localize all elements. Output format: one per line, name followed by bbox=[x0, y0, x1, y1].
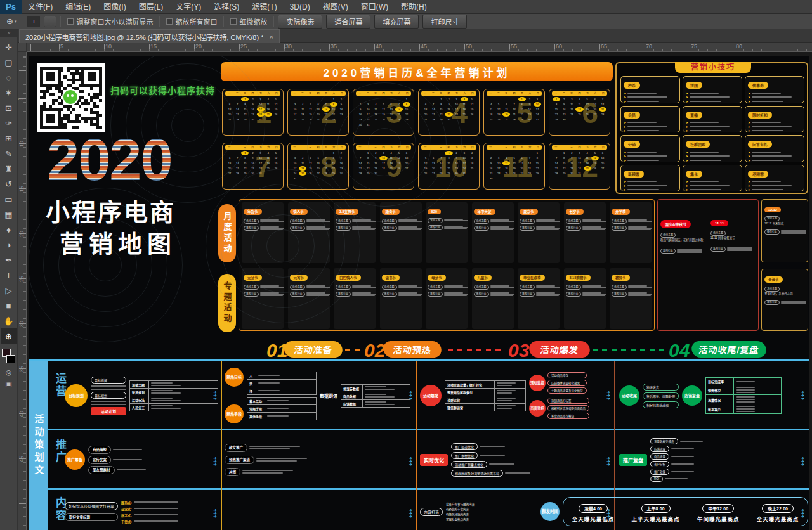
document-tab-title: 2020小程序电商营销地图.jpg @ 12.5% (扫码可以获得小程序扶持, … bbox=[25, 32, 263, 42]
tip-label: 拼团 bbox=[686, 82, 702, 89]
activity-card: 教师节活动主题推荐行业 bbox=[610, 268, 652, 329]
option-button[interactable]: 适合屏幕 bbox=[326, 15, 370, 29]
magic-wand-tool[interactable]: ✶ bbox=[1, 85, 17, 100]
type-tool[interactable]: T bbox=[1, 268, 17, 283]
zoom-out-button[interactable]: − bbox=[44, 16, 56, 27]
crop-tool[interactable]: ⊡ bbox=[1, 100, 17, 115]
option-button[interactable]: 填充屏幕 bbox=[374, 15, 419, 29]
activity-title: 毕业狂欢季 bbox=[520, 275, 545, 281]
tool-options-bar: ⊕▾+−调整窗口大小以满屏显示缩放所有窗口细微缩放实际像素适合屏幕填充屏幕打印尺… bbox=[0, 14, 812, 29]
shape-tool[interactable]: ■ bbox=[1, 298, 17, 313]
activity-title: 520 bbox=[428, 209, 441, 214]
marquee-tool[interactable]: ▢ bbox=[1, 55, 17, 70]
eyedropper-tool[interactable]: ✑ bbox=[1, 115, 17, 131]
path-select-tool[interactable]: ▷ bbox=[1, 283, 17, 298]
tip-label: 集卡 bbox=[686, 171, 702, 178]
eraser-tool[interactable]: ▭ bbox=[1, 191, 17, 207]
qr-code bbox=[37, 63, 105, 132]
tip-label: 会员 bbox=[624, 112, 640, 119]
option-button[interactable]: 实际像素 bbox=[278, 15, 322, 29]
gradient-tool[interactable]: ▦ bbox=[1, 207, 17, 222]
menu-item[interactable]: 选择(S) bbox=[207, 0, 246, 14]
flow-node: 预热目标 bbox=[225, 368, 244, 387]
activity-title: 8.18购物节 bbox=[566, 275, 591, 281]
phase-number: 03 bbox=[508, 340, 529, 361]
activity-card: 520活动主题推荐行业 bbox=[426, 202, 468, 263]
activity-title: 母亲节 bbox=[428, 275, 446, 281]
tip-label: 老顾客 bbox=[748, 171, 768, 178]
dodge-tool[interactable]: ◑ bbox=[1, 237, 17, 252]
flow-node: 群发时间 bbox=[540, 502, 560, 521]
ruler-corner bbox=[18, 43, 27, 52]
activity-title: 教师节 bbox=[612, 275, 630, 281]
zoom-in-button[interactable]: + bbox=[27, 16, 40, 27]
featured-title: 11.11 bbox=[710, 220, 728, 226]
flow-node: 推广筹备 bbox=[65, 449, 85, 470]
tip-card: 限时折扣➤➤➤ bbox=[745, 106, 804, 133]
activity-card: 年中大促活动主题推荐行业 bbox=[472, 202, 514, 263]
lasso-tool[interactable]: ◌ bbox=[1, 70, 17, 85]
activity-card: 夏凉节活动主题推荐行业 bbox=[518, 202, 560, 263]
phase-label: 活动准备 bbox=[284, 341, 344, 358]
zoom-tool-icon[interactable]: ⊕▾ bbox=[4, 16, 19, 26]
move-tool[interactable]: ✛ bbox=[1, 39, 17, 55]
phase-number: 04 bbox=[669, 340, 690, 361]
color-swatches[interactable] bbox=[1, 347, 17, 366]
menu-item[interactable]: 视图(V) bbox=[317, 0, 355, 14]
blur-tool[interactable]: ♦ bbox=[1, 222, 17, 237]
tab-close-icon[interactable]: × bbox=[269, 33, 273, 41]
flow-node: 活动收尾 bbox=[619, 385, 639, 406]
activity-card: 儿童节活动主题推荐行业 bbox=[472, 268, 514, 329]
menu-item[interactable]: 图层(L) bbox=[133, 0, 170, 14]
tip-card: 直播➤➤➤ bbox=[683, 106, 742, 133]
tip-label: 社群团购 bbox=[686, 141, 710, 148]
tip-label: 优惠券 bbox=[748, 82, 768, 89]
option-checkbox[interactable]: 细微缩放 bbox=[228, 16, 270, 27]
flow-node: 活动监控 bbox=[529, 375, 546, 391]
activity-title: 七夕节 bbox=[566, 209, 584, 215]
flow-node: 页面监控 bbox=[529, 400, 546, 417]
quick-mask-button[interactable]: ◎ bbox=[1, 366, 17, 378]
activity-title: 读书节 bbox=[382, 275, 400, 281]
tip-card: 社群团购➤➤➤ bbox=[683, 135, 742, 162]
option-button[interactable]: 打印尺寸 bbox=[422, 15, 467, 29]
tips-title: 营销小技巧 bbox=[675, 62, 751, 73]
menu-item[interactable]: 滤镜(T) bbox=[246, 0, 283, 14]
tip-label: 问答有礼 bbox=[748, 141, 772, 148]
brush-tool[interactable]: ✎ bbox=[1, 146, 17, 161]
screen-mode-button[interactable]: ▣ bbox=[1, 378, 17, 389]
hand-tool[interactable]: ✋ bbox=[1, 313, 17, 328]
flow-node: 目标规划 bbox=[65, 384, 88, 407]
horizontal-ruler: 5101520253035404550556065707580 bbox=[18, 43, 812, 52]
menu-item[interactable]: 编辑(E) bbox=[59, 0, 97, 14]
menu-item[interactable]: 窗口(W) bbox=[355, 0, 395, 14]
pen-tool[interactable]: ✒ bbox=[1, 252, 17, 268]
option-checkbox[interactable]: 缩放所有窗口 bbox=[164, 16, 219, 27]
flow-strip-label: 活动策划文 bbox=[29, 361, 48, 530]
flow-node: 活动爆发 bbox=[420, 385, 442, 406]
menu-item[interactable]: 帮助(H) bbox=[395, 0, 433, 14]
activity-card: 8.18购物节活动主题推荐行业 bbox=[564, 268, 606, 329]
menu-item[interactable]: 图像(I) bbox=[97, 0, 132, 14]
document-tab[interactable]: 2020小程序电商营销地图.jpg @ 12.5% (扫码可以获得小程序扶持, … bbox=[19, 29, 280, 43]
menu-item[interactable]: 3D(D) bbox=[284, 0, 317, 14]
zoom-tool[interactable]: ⊕ bbox=[1, 328, 17, 344]
menu-item[interactable]: 文件(F) bbox=[22, 0, 59, 14]
clone-stamp-tool[interactable]: ♜ bbox=[1, 161, 17, 176]
tip-card: 新顾客➤➤➤ bbox=[620, 165, 680, 192]
document-canvas[interactable]: 扫码可以获得小程序扶持 2020 小程序电商 营销地图 2020营销日历&全年营… bbox=[27, 52, 812, 530]
menu-item[interactable]: 文字(Y) bbox=[169, 0, 207, 14]
toolbar-grip[interactable]: » bbox=[0, 29, 18, 37]
featured-title: 国庆&中秋节 bbox=[660, 220, 691, 228]
option-checkbox[interactable]: 调整窗口大小以满屏显示 bbox=[65, 16, 155, 27]
tools-panel: ✛▢◌✶⊡✑⊞✎♜↺▭▦♦◑✒T▷■✋⊕◎▣ bbox=[0, 37, 18, 530]
healing-brush-tool[interactable]: ⊞ bbox=[1, 131, 17, 146]
month-card: 一二三四五六日612345678910111213141516171819202… bbox=[549, 89, 610, 136]
tip-label: 分销 bbox=[624, 141, 640, 148]
flow-node: 店铺复盘 bbox=[682, 385, 702, 406]
tip-card: 老顾客➤➤➤ bbox=[745, 165, 804, 192]
activity-title: 夏凉节 bbox=[520, 209, 538, 215]
featured-festivals-box: 国庆&中秋节活动主题秋高气爽迎国庆，花好月圆过中秋适用行业11.11活动主题11… bbox=[657, 199, 759, 331]
activity-card: 七夕节活动主题推荐行业 bbox=[564, 202, 606, 263]
history-brush-tool[interactable]: ↺ bbox=[1, 176, 17, 191]
